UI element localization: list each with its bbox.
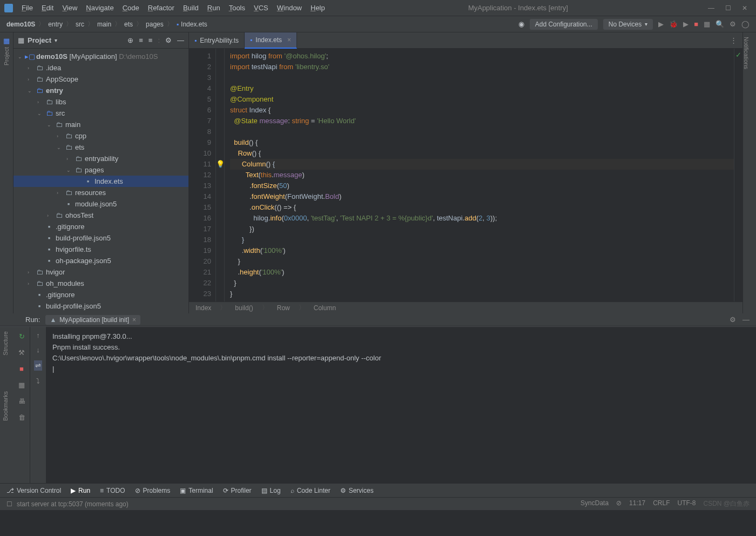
select-opened-icon[interactable]: ⊕ (127, 36, 133, 44)
scroll-icon[interactable]: ⤵ (36, 377, 40, 385)
bottom-tab-log[interactable]: ▤Log (261, 487, 281, 494)
collapse-all-icon[interactable]: ≡ (148, 36, 153, 44)
tab-menu-icon[interactable]: ⋮ (725, 36, 742, 44)
breadcrumb-item[interactable]: main (97, 21, 111, 28)
bottom-tab-run[interactable]: ▶Run (71, 487, 90, 494)
editor-tab-EntryAbility.ts[interactable]: ▪EntryAbility.ts (189, 32, 245, 49)
menu-window[interactable]: Window (274, 3, 305, 13)
stop-icon[interactable]: ■ (694, 20, 698, 28)
menu-file[interactable]: File (18, 3, 36, 13)
sidebar-notifications[interactable]: Notifications (743, 32, 750, 69)
sidebar-bookmarks[interactable]: Bookmarks (0, 387, 11, 425)
bottom-tab-version-control[interactable]: ⎇Version Control (6, 487, 61, 494)
tree-item-.gitignore[interactable]: ▪.gitignore (14, 221, 188, 232)
down-icon[interactable]: ↓ (36, 346, 40, 354)
sync-icon[interactable]: ◉ (518, 20, 524, 28)
bottom-tab-services[interactable]: ⚙Services (340, 487, 374, 494)
tree-item-main[interactable]: ⌄🗀main (14, 119, 188, 130)
run-settings-icon[interactable]: ⚙ (730, 316, 736, 324)
breadcrumb[interactable]: demo10S〉entry〉src〉main〉ets〉pages〉▪ Index… (6, 19, 207, 29)
breadcrumb-item[interactable]: src (76, 21, 84, 28)
up-icon[interactable]: ↑ (36, 331, 40, 339)
bottom-tab-code-linter[interactable]: ⌕Code Linter (291, 487, 330, 494)
tree-item-entryability[interactable]: ›🗀entryability (14, 153, 188, 164)
panel-settings-icon[interactable]: ⚙ (165, 36, 172, 44)
menu-help[interactable]: Help (307, 3, 328, 13)
print-icon[interactable]: 🖶 (17, 396, 26, 406)
code-crumb[interactable]: Row (277, 304, 290, 312)
tree-item-.gitignore[interactable]: ▪.gitignore (14, 289, 188, 300)
tree-item-src[interactable]: ⌄🗀src (14, 108, 188, 119)
tree-item-pages[interactable]: ⌄🗀pages (14, 164, 188, 176)
maximize-icon[interactable]: ☐ (725, 4, 731, 12)
stop-run-icon[interactable]: ■ (17, 364, 26, 373)
status-encoding[interactable]: UTF-8 (677, 499, 696, 508)
status-icon[interactable]: ☐ (6, 500, 12, 508)
breadcrumb-item[interactable]: Index.ets (181, 21, 207, 28)
add-configuration-button[interactable]: Add Configuration... (530, 19, 598, 30)
menu-build[interactable]: Build (180, 3, 202, 13)
settings-icon[interactable]: ⚙ (730, 20, 736, 28)
tree-item-oh_modules[interactable]: ›🗀oh_modules (14, 278, 188, 289)
project-root[interactable]: ⌄ ▸▢ demo10S [MyApplication] D:\demo10S (14, 51, 188, 62)
menu-code[interactable]: Code (119, 3, 143, 13)
chevron-down-icon[interactable]: ▾ (55, 37, 57, 43)
profile-icon[interactable]: ◯ (741, 20, 750, 28)
status-close-icon[interactable]: ⊘ (616, 499, 622, 508)
tree-item-AppScope[interactable]: ›🗀AppScope (14, 73, 188, 85)
tree-item-libs[interactable]: ›🗀libs (14, 96, 188, 108)
menu-refactor[interactable]: Refactor (145, 3, 178, 13)
menu-run[interactable]: Run (204, 3, 224, 13)
run-icon[interactable]: ▶ (658, 20, 664, 28)
hide-icon[interactable]: — (177, 36, 184, 44)
fold-gutter[interactable] (216, 49, 225, 302)
breadcrumb-item[interactable]: ets (124, 21, 133, 28)
project-panel-title[interactable]: Project (28, 36, 51, 44)
sync-data[interactable]: SyncData (580, 499, 609, 508)
project-tab-icon[interactable]: ▦ (3, 37, 10, 45)
run-config-tab[interactable]: ▲ MyApplication [build init] × (45, 315, 140, 325)
code-crumb[interactable]: Index (195, 304, 211, 312)
menu-view[interactable]: View (59, 3, 80, 13)
expand-all-icon[interactable]: ≡ (139, 36, 143, 44)
code-crumb[interactable]: Column (314, 304, 336, 312)
tree-item-ohosTest[interactable]: ›🗀ohosTest (14, 210, 188, 221)
tree-item-oh-package.json5[interactable]: ▪oh-package.json5 (14, 255, 188, 266)
bottom-tab-todo[interactable]: ≡TODO (100, 487, 125, 494)
menu-tools[interactable]: Tools (226, 3, 248, 13)
tree-item-resources[interactable]: ›🗀resources (14, 187, 188, 198)
close-icon[interactable]: ✕ (742, 4, 747, 12)
tree-item-build-profile.json5[interactable]: ▪build-profile.json5 (14, 232, 188, 244)
tree-item-hvigorfile.ts[interactable]: ▪hvigorfile.ts (14, 244, 188, 255)
breadcrumb-item[interactable]: pages (146, 21, 164, 28)
delete-icon[interactable]: 🗑 (17, 412, 26, 422)
tree-item-.idea[interactable]: ›🗀.idea (14, 62, 188, 73)
menu-vcs[interactable]: VCS (251, 3, 272, 13)
console-output[interactable]: Installing pnpm@7.30.0...Pnpm install su… (46, 327, 756, 483)
menu-navigate[interactable]: Navigate (83, 3, 117, 13)
editor-tab-Index.ets[interactable]: ▪Index.ets× (245, 32, 297, 49)
devices-dropdown[interactable]: No Devices (603, 19, 653, 30)
bottom-tab-problems[interactable]: ⊘Problems (135, 487, 171, 494)
rerun-icon[interactable]: ↻ (17, 331, 26, 341)
bulb-icon[interactable]: 💡 (216, 159, 225, 170)
sidebar-structure[interactable]: Structure (0, 327, 11, 360)
structure-icon[interactable]: ▦ (704, 20, 710, 28)
wrap-icon[interactable]: ⇌ (34, 360, 42, 371)
tree-item-ets[interactable]: ⌄🗀ets (14, 142, 188, 153)
tree-item-entry[interactable]: ⌄🗀entry (14, 85, 188, 96)
debug-icon[interactable]: 🐞 (669, 20, 678, 28)
bottom-tab-profiler[interactable]: ⟳Profiler (223, 487, 252, 494)
tree-item-hvigor[interactable]: ›🗀hvigor (14, 266, 188, 278)
run-hide-icon[interactable]: — (742, 316, 750, 324)
layout-icon[interactable]: ▦ (17, 380, 26, 390)
menu-edit[interactable]: Edit (38, 3, 57, 13)
breadcrumb-item[interactable]: demo10S (6, 21, 35, 28)
tree-item-module.json5[interactable]: ▪module.json5 (14, 198, 188, 210)
status-line-ending[interactable]: CRLF (653, 499, 670, 508)
tree-item-build-profile.json5[interactable]: ▪build-profile.json5 (14, 300, 188, 312)
tool-icon[interactable]: ⚒ (17, 347, 26, 357)
search-icon[interactable]: 🔍 (716, 20, 724, 28)
bottom-tab-terminal[interactable]: ▣Terminal (180, 487, 213, 494)
sidebar-project[interactable]: Project (3, 47, 10, 65)
